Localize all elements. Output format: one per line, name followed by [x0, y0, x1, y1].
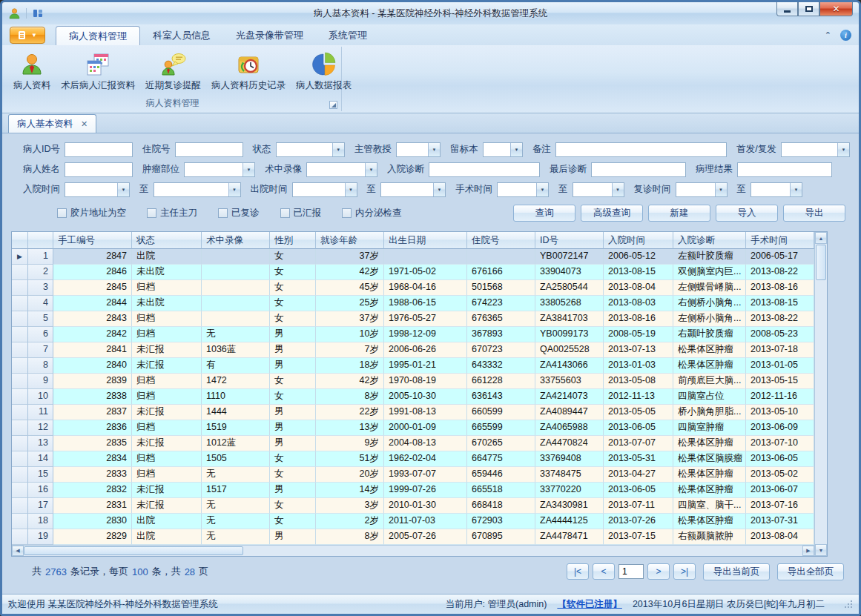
table-cell[interactable]: 出院 — [132, 529, 202, 545]
table-cell[interactable]: 2006-05-17 — [746, 249, 814, 265]
table-cell[interactable]: 男 — [270, 436, 316, 451]
row-indicator[interactable] — [12, 514, 28, 529]
table-cell[interactable]: 1505 — [202, 451, 270, 467]
table-cell[interactable]: 归档 — [132, 420, 202, 436]
table-cell[interactable] — [384, 249, 467, 265]
table-cell[interactable]: 670895 — [467, 529, 535, 545]
table-cell[interactable]: 676365 — [467, 311, 535, 327]
scroll-up-icon[interactable]: ▲ — [815, 232, 827, 244]
table-row[interactable]: 172831未汇报无女3岁2010-01-30668418ZA343098120… — [12, 498, 814, 514]
table-cell[interactable]: 2840 — [53, 358, 132, 374]
maximize-button[interactable] — [798, 2, 819, 16]
table-cell[interactable]: 前颅底巨大脑... — [673, 374, 746, 389]
chevron-down-icon[interactable]: ▼ — [332, 143, 344, 156]
chevron-down-icon[interactable]: ▼ — [243, 163, 254, 176]
table-row[interactable]: 22846未出院女42岁1971-05-02676166339040732013… — [12, 265, 814, 280]
checkbox-chief-surgeon[interactable]: 主任主刀 — [147, 207, 197, 219]
table-cell[interactable]: 未汇报 — [132, 342, 202, 358]
table-cell[interactable]: 10岁 — [316, 327, 384, 342]
table-cell[interactable]: 归档 — [132, 327, 202, 342]
table-cell[interactable]: 2013-07-15 — [604, 529, 673, 545]
table-cell[interactable]: 1472 — [202, 374, 270, 389]
close-tab-icon[interactable]: ✕ — [81, 120, 88, 128]
table-cell[interactable]: 松果体区脑膜瘤 — [673, 451, 746, 467]
table-row[interactable]: 82840未汇报有男18岁1995-01-21643332ZA414306620… — [12, 358, 814, 374]
table-cell[interactable]: 2012-11-13 — [604, 389, 673, 405]
table-cell[interactable]: 四脑室、脑干... — [673, 498, 746, 514]
table-cell[interactable]: QA0025528 — [535, 342, 604, 358]
checkbox-followed-up[interactable]: 已复诊 — [218, 207, 260, 219]
table-cell[interactable]: 2005-07-26 — [384, 529, 467, 545]
table-cell[interactable]: 665599 — [467, 420, 535, 436]
row-number[interactable]: 18 — [28, 514, 53, 529]
table-cell[interactable]: 出院 — [132, 249, 202, 265]
table-cell[interactable]: 33770220 — [535, 483, 604, 498]
table-cell[interactable]: 2008-05-19 — [604, 327, 673, 342]
chevron-down-icon[interactable]: ▼ — [510, 143, 522, 156]
table-cell[interactable]: 有 — [202, 358, 270, 374]
table-cell[interactable]: 2837 — [53, 405, 132, 420]
table-cell[interactable]: 13岁 — [316, 420, 384, 436]
table-cell[interactable]: 33755603 — [535, 374, 604, 389]
vertical-scrollbar[interactable]: ▲ ▼ — [814, 232, 827, 556]
chevron-down-icon[interactable]: ▼ — [433, 183, 445, 196]
quick-access-icon[interactable] — [32, 7, 44, 19]
table-cell[interactable]: 2013-08-22 — [746, 265, 814, 280]
table-cell[interactable]: 20岁 — [316, 467, 384, 483]
table-cell[interactable]: 2846 — [53, 265, 132, 280]
query-button[interactable]: 查询 — [513, 205, 575, 222]
table-cell[interactable]: 2013-08-04 — [746, 529, 814, 545]
table-cell[interactable]: 1991-08-13 — [384, 405, 467, 420]
dialog-launcher-icon[interactable] — [329, 101, 337, 109]
table-cell[interactable]: 桥小脑角胆脂... — [673, 405, 746, 420]
last-page-button[interactable]: >| — [673, 563, 696, 580]
table-cell[interactable] — [202, 280, 270, 296]
row-number[interactable]: 6 — [28, 327, 53, 342]
application-menu-button[interactable]: ▼ — [10, 27, 45, 44]
remarks-input[interactable] — [555, 142, 727, 157]
column-header[interactable]: 手工编号 — [53, 232, 132, 249]
row-number[interactable]: 17 — [28, 498, 53, 514]
table-cell[interactable]: 2013-06-07 — [746, 483, 814, 498]
table-cell[interactable]: ZA4444125 — [535, 514, 604, 529]
table-cell[interactable]: 2013-06-05 — [746, 451, 814, 467]
table-cell[interactable]: 2006-06-26 — [384, 342, 467, 358]
table-cell[interactable]: 2013-06-09 — [746, 420, 814, 436]
table-cell[interactable]: 2836 — [53, 420, 132, 436]
column-header[interactable]: 就诊年龄 — [316, 232, 384, 249]
discharge-time-from-combo[interactable]: ▼ — [292, 182, 357, 197]
scroll-left-icon[interactable]: ◀ — [12, 546, 24, 556]
table-cell[interactable]: 2013-07-31 — [746, 514, 814, 529]
table-cell[interactable]: 未汇报 — [132, 498, 202, 514]
software-registered-link[interactable]: 【软件已注册】 — [557, 598, 622, 611]
table-cell[interactable]: 2013-08-15 — [604, 265, 673, 280]
table-cell[interactable]: 女 — [270, 374, 316, 389]
table-cell[interactable]: 无 — [202, 514, 270, 529]
table-cell[interactable]: YB0099173 — [535, 327, 604, 342]
chevron-down-icon[interactable]: ▼ — [612, 183, 624, 196]
collapse-ribbon-icon[interactable]: ⌃ — [825, 31, 831, 39]
table-row[interactable]: 92839归档1472女42岁1970-08-19661228337556032… — [12, 374, 814, 389]
table-cell[interactable]: 2833 — [53, 467, 132, 483]
prev-page-button[interactable]: < — [593, 563, 615, 580]
table-cell[interactable]: 2841 — [53, 342, 132, 358]
table-cell[interactable]: 2013-07-18 — [746, 342, 814, 358]
export-current-page-button[interactable]: 导出当前页 — [703, 563, 770, 580]
table-cell[interactable]: 松果体区肿瘤 — [673, 514, 746, 529]
column-header[interactable]: ID号 — [535, 232, 604, 249]
table-cell[interactable]: 1444 — [202, 405, 270, 420]
row-number[interactable]: 14 — [28, 451, 53, 467]
row-number[interactable]: 9 — [28, 374, 53, 389]
table-row[interactable]: 62842归档无男10岁1998-12-09367893YB0099173200… — [12, 327, 814, 342]
row-number[interactable]: 5 — [28, 311, 53, 327]
horizontal-scrollbar[interactable]: ◀ ▶ — [12, 545, 814, 556]
table-cell[interactable]: 2013-01-05 — [746, 358, 814, 374]
table-cell[interactable]: 男 — [270, 358, 316, 374]
table-cell[interactable]: 1976-05-27 — [384, 311, 467, 327]
table-cell[interactable]: 2004-08-13 — [384, 436, 467, 451]
table-cell[interactable]: 1993-07-07 — [384, 467, 467, 483]
table-row[interactable]: 112837未汇报1444男22岁1991-08-13660599ZA40894… — [12, 405, 814, 420]
table-cell[interactable]: 2830 — [53, 514, 132, 529]
table-row[interactable]: 72841未汇报1036蓝男7岁2006-06-26670723QA002552… — [12, 342, 814, 358]
followup-reminder-button[interactable]: 近期复诊提醒 — [140, 50, 206, 94]
